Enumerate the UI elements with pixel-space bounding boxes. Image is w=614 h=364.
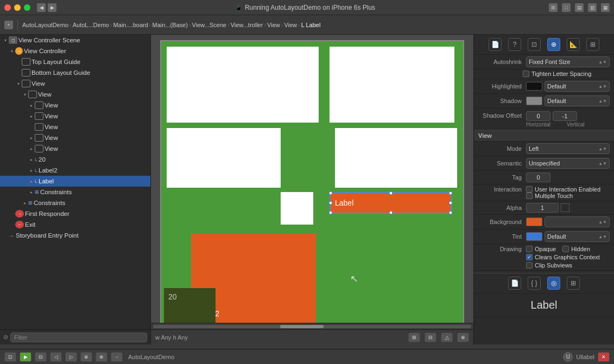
bc-main[interactable]: Main....board: [113, 22, 148, 28]
bottom-tab-1[interactable]: 📄: [508, 277, 521, 290]
shadow-color[interactable]: [526, 97, 542, 105]
filter-input[interactable]: [10, 333, 147, 342]
shadow-arrow: ▲▼: [598, 99, 607, 104]
bc-mainbase[interactable]: Main...(Base): [152, 22, 187, 28]
tree-item-constraints2[interactable]: ▸ ⊞ Constraints: [0, 197, 150, 208]
shadow-select[interactable]: Default ▲▼: [545, 95, 610, 106]
bottom-btn-3[interactable]: ⊟: [35, 352, 47, 362]
tree-item-view1[interactable]: ▾ View: [0, 78, 150, 89]
insp-tab-help[interactable]: ?: [508, 38, 521, 51]
tree-item-scene[interactable]: ▾ ◻ View Controller Scene: [0, 35, 150, 46]
user-interaction-checkbox[interactable]: [526, 186, 533, 193]
semantic-select[interactable]: Unspecified ▲▼: [526, 158, 610, 169]
tree-item-view3[interactable]: ▸ View: [0, 100, 150, 111]
insp-tab-file[interactable]: 📄: [489, 38, 502, 51]
back-button[interactable]: ◀: [37, 3, 46, 12]
bc-autodemo[interactable]: AutoLayoutDemo: [22, 22, 68, 28]
background-select[interactable]: ▲▼: [545, 216, 610, 227]
add-constraint-btn[interactable]: ⊞: [408, 333, 420, 342]
bottom-btn-1[interactable]: ⊡: [4, 352, 16, 362]
tree-item-constraints1[interactable]: ▸ ⊞ Constraints: [0, 187, 150, 197]
insp-tab-size[interactable]: 📐: [567, 38, 580, 51]
alpha-stepper[interactable]: [561, 203, 569, 212]
insp-tab-attributes[interactable]: ⊕: [547, 38, 560, 51]
tree-item-bottomlayout[interactable]: ▸ Bottom Layout Guide: [0, 67, 150, 78]
main-layout: ▾ ◻ View Controller Scene ▾ → View Contr…: [0, 35, 614, 344]
bc-view2[interactable]: View: [284, 22, 297, 28]
handle-bl: [329, 211, 332, 214]
highlighted-select[interactable]: Default ▲▼: [545, 81, 610, 92]
bc-viewcontroller[interactable]: View...troller: [231, 22, 263, 28]
panel-bottom-button[interactable]: ▥: [588, 3, 597, 12]
resize-btn[interactable]: ⊕: [457, 333, 469, 342]
tree-item-exit[interactable]: ▸ ← Exit: [0, 219, 150, 230]
filter-bar: ⊘: [0, 329, 150, 344]
add-button[interactable]: +: [4, 21, 13, 29]
highlighted-color[interactable]: [526, 82, 542, 91]
bottom-btn-7[interactable]: ⊗: [96, 352, 107, 362]
tree-item-view2[interactable]: ▾ View: [0, 89, 150, 100]
insp-tab-connections[interactable]: ⊞: [586, 38, 599, 51]
bc-viewscene[interactable]: View...Scene: [192, 22, 226, 28]
tree-item-view4[interactable]: ▸ View: [0, 111, 150, 122]
shadow-h-input[interactable]: [526, 111, 550, 121]
background-color[interactable]: [526, 218, 542, 226]
device-button[interactable]: □: [562, 3, 571, 12]
opaque-checkbox[interactable]: [526, 246, 533, 252]
canvas-scrollbar[interactable]: [151, 323, 473, 329]
bottom-btn-5[interactable]: ▷: [65, 352, 77, 362]
clears-graphics-checkbox[interactable]: ✓: [526, 254, 533, 260]
tree-item-toplayout[interactable]: ▸ Top Layout Guide: [0, 56, 150, 67]
bottom-right-btn[interactable]: U: [563, 352, 573, 362]
forward-button[interactable]: ▶: [48, 3, 56, 12]
tag-input[interactable]: [526, 173, 550, 182]
close-button[interactable]: [4, 4, 11, 11]
block-20: 20: [164, 288, 216, 323]
tree-item-entry[interactable]: ▸ → Storyboard Entry Point: [0, 230, 150, 241]
resolve-btn[interactable]: △: [441, 333, 453, 342]
tree-item-label[interactable]: ▸ L Label: [0, 176, 150, 187]
tint-select[interactable]: Default ▲▼: [545, 231, 610, 242]
bottom-btn-2[interactable]: ▶: [20, 352, 31, 362]
bc-label[interactable]: L Label: [301, 22, 321, 28]
handle-mr: [449, 201, 452, 205]
tint-color[interactable]: [526, 232, 542, 241]
hidden-checkbox[interactable]: [562, 246, 569, 252]
minimize-button[interactable]: [14, 4, 21, 11]
autoshrink-select[interactable]: Fixed Font Size ▲▼: [526, 56, 610, 67]
tighten-checkbox[interactable]: [523, 71, 529, 77]
tree-item-view5[interactable]: ▸ View: [0, 122, 150, 132]
clip-subviews-checkbox[interactable]: [526, 262, 533, 269]
bc-view1[interactable]: View: [267, 22, 280, 28]
arrow-view3: ▸: [28, 103, 35, 108]
label-element[interactable]: Label: [330, 192, 452, 214]
align-btn[interactable]: ⊟: [425, 333, 436, 342]
schemes-button[interactable]: ⊞: [549, 3, 558, 12]
panel-right-button[interactable]: ▦: [601, 3, 610, 12]
bottom-btn-4[interactable]: ◁: [50, 352, 62, 362]
tree-area: ▾ ◻ View Controller Scene ▾ → View Contr…: [0, 35, 150, 329]
bottom-btn-6[interactable]: ⊕: [80, 352, 92, 362]
maximize-button[interactable]: [24, 4, 30, 11]
bottom-tab-2[interactable]: { }: [528, 277, 541, 290]
scrollbar-thumb[interactable]: [280, 325, 324, 328]
shadow-v-input[interactable]: [553, 111, 577, 121]
bottom-tab-3[interactable]: ◎: [547, 277, 560, 290]
highlighted-control: Default ▲▼: [526, 81, 610, 92]
bottom-close-btn[interactable]: ✕: [598, 352, 610, 362]
insp-tab-identity[interactable]: ⊡: [528, 38, 541, 51]
tree-item-view7[interactable]: ▸ View: [0, 143, 150, 154]
mode-select[interactable]: Left ▲▼: [526, 143, 610, 154]
tree-item-vc[interactable]: ▾ → View Controller: [0, 46, 150, 56]
tree-item-20[interactable]: ▸ L 20: [0, 154, 150, 165]
panel-left-button[interactable]: ▤: [575, 3, 584, 12]
multiple-touch-checkbox[interactable]: [526, 193, 533, 199]
tree-item-fr[interactable]: ▸ → First Responder: [0, 208, 150, 219]
bc-autol[interactable]: AutoL...Demo: [73, 22, 109, 28]
tree-item-label2[interactable]: ▸ L Label2: [0, 165, 150, 176]
scrollbar-track[interactable]: [153, 325, 471, 328]
tree-item-view6[interactable]: ▸ View: [0, 132, 150, 143]
bottom-btn-8[interactable]: →: [111, 352, 123, 362]
bottom-tab-4[interactable]: ⊞: [567, 277, 580, 290]
alpha-input[interactable]: [526, 203, 559, 213]
